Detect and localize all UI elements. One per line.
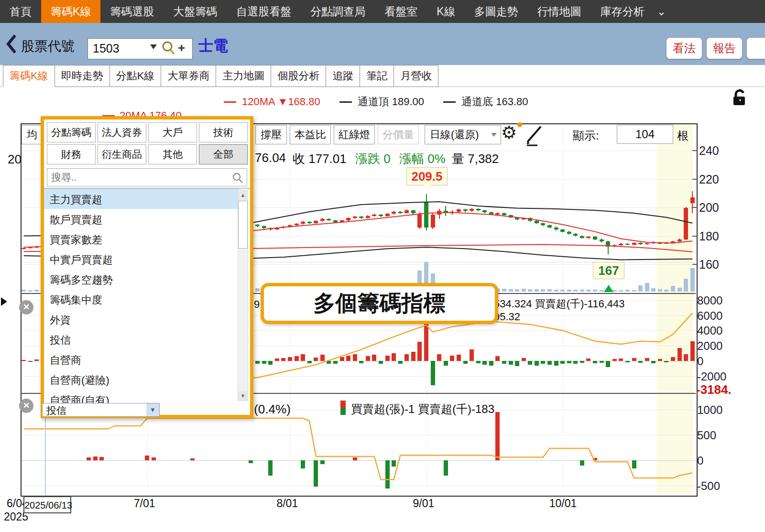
netbuy-bar (547, 361, 552, 365)
candle-body (632, 243, 636, 245)
price-tick (692, 179, 697, 180)
category-7[interactable]: 全部 (199, 144, 248, 164)
indicator-item-1[interactable]: 散戶買賣超 (44, 209, 239, 229)
nav-item-0[interactable]: 首頁 (0, 0, 41, 23)
netbuy-bar (385, 356, 390, 361)
add-stock-icon[interactable]: + (178, 41, 185, 55)
indicator-search-input[interactable] (47, 169, 229, 186)
category-0[interactable]: 分點籌碼 (47, 122, 96, 142)
nav-item-6[interactable]: 看盤室 (375, 0, 427, 23)
crosshair-date-box: 2025/06/13 (23, 496, 71, 513)
category-1[interactable]: 法人資券 (98, 122, 146, 142)
scroll-thumb[interactable] (238, 201, 248, 249)
display-count-input[interactable]: 104 (617, 125, 673, 144)
scroll-down-icon[interactable]: ▼ (238, 391, 248, 401)
close-mid-panel-button[interactable]: ✕ (19, 300, 33, 315)
candle-wick (419, 212, 420, 228)
candle-body (327, 219, 331, 220)
volume-bar (632, 290, 636, 292)
volume-bar (554, 290, 558, 292)
unlock-icon[interactable] (729, 88, 750, 108)
close-bottom-panel-button[interactable]: ✕ (19, 399, 33, 413)
indicator-item-3[interactable]: 中實戶買賣超 (44, 249, 239, 269)
chevron-down-icon (491, 133, 497, 137)
stock-code-input[interactable]: 1503 + (87, 38, 193, 59)
netbuy-bar (554, 361, 558, 366)
tab-4[interactable]: 主力地圖 (216, 65, 271, 87)
category-2[interactable]: 大戶 (148, 122, 197, 142)
tab-1[interactable]: 即時走勢 (55, 65, 110, 87)
nav-item-10[interactable]: 庫存分析 (591, 0, 654, 23)
nav-item-5[interactable]: 分點調查局 (301, 0, 375, 23)
ma-button-partial[interactable]: 均 (22, 125, 43, 144)
indicator-search-box[interactable] (47, 168, 247, 186)
period-dropdown[interactable]: 日線(還原) (425, 125, 501, 144)
candle-body (301, 222, 305, 224)
candle-wick (263, 226, 264, 229)
nav-more-icon[interactable]: ⌄ (654, 0, 669, 23)
category-4[interactable]: 財務 (47, 144, 96, 164)
price-tick (692, 150, 697, 151)
tab-7[interactable]: 筆記 (360, 65, 394, 87)
indicator-item-5[interactable]: 籌碼集中度 (44, 289, 239, 309)
indicator-item-0[interactable]: 主力買賣超 (44, 189, 239, 209)
category-6[interactable]: 其他 (148, 144, 197, 164)
scroll-up-icon[interactable]: ▲ (238, 190, 248, 200)
nav-item-3[interactable]: 大盤籌碼 (164, 0, 227, 23)
clipped-button[interactable] (746, 37, 765, 59)
bottom-axis-label: 0 (697, 454, 703, 467)
chevron-left-icon[interactable] (6, 32, 17, 56)
candle-wick (257, 224, 258, 227)
indicator-item-2[interactable]: 買賣家數差 (44, 229, 239, 249)
category-3[interactable]: 技術 (199, 122, 248, 142)
candle-body (651, 242, 656, 243)
bottom-indicator-dropdown[interactable]: 投信 ▼ (42, 403, 160, 417)
tab-6[interactable]: 追蹤 (326, 65, 360, 87)
candle-body (600, 239, 604, 241)
bottom-indicator-value: 投信 (46, 404, 66, 417)
candle-body (482, 210, 487, 212)
indicator-item-7[interactable]: 投信 (44, 329, 239, 349)
candle-body (340, 220, 344, 222)
nav-item-8[interactable]: 多圖走勢 (465, 0, 528, 23)
chevron-down-icon[interactable]: ▼ (146, 403, 159, 416)
tab-5[interactable]: 個股分析 (271, 65, 326, 87)
nav-item-7[interactable]: K線 (427, 0, 464, 23)
draw-pen-icon[interactable] (522, 123, 547, 147)
search-icon[interactable] (161, 40, 177, 57)
netbuy-bar (437, 354, 441, 361)
netbuy-bar (515, 361, 519, 366)
candle-wick (439, 209, 440, 219)
indicator-item-4[interactable]: 籌碼多空趨勢 (44, 269, 239, 289)
price-axis-label: 240 (699, 144, 719, 158)
chevron-down-icon[interactable] (150, 44, 157, 49)
scrollbar[interactable]: ▲ ▼ (238, 190, 248, 401)
trust-bar (99, 457, 104, 460)
report-button[interactable]: 報告 (706, 37, 743, 59)
tab-0[interactable]: 籌碼K線 (3, 65, 55, 87)
opinion-button[interactable]: 看法 (666, 37, 702, 59)
tab-3[interactable]: 大單券商 (161, 65, 216, 87)
indicator-item-8[interactable]: 自營商 (44, 349, 239, 369)
gear-icon[interactable]: ⚙ (501, 122, 517, 143)
pe-ratio-button[interactable]: 本益比 (290, 125, 331, 144)
candle-wick (523, 217, 524, 220)
candle-body (638, 243, 643, 244)
nav-item-9[interactable]: 行情地圖 (528, 0, 591, 23)
support-resistance-button[interactable]: 撐壓 (255, 125, 287, 144)
red-green-light-button[interactable]: 紅綠燈 (334, 125, 375, 144)
nav-item-4[interactable]: 自選股看盤 (227, 0, 301, 23)
tab-2[interactable]: 分點K線 (110, 65, 162, 87)
netbuy-bar (457, 355, 461, 361)
legend-item-1: 通道頂 189.00 (339, 95, 424, 109)
candle-body (353, 217, 357, 218)
side-panel-handle[interactable] (1, 297, 7, 306)
nav-item-1[interactable]: 籌碼K線 (41, 0, 100, 23)
category-5[interactable]: 衍生商品 (98, 144, 146, 164)
buy-triangle-marker (604, 285, 613, 292)
stock-name[interactable]: 士電 (198, 36, 228, 56)
indicator-item-9[interactable]: 自營商(避險) (44, 369, 239, 390)
nav-item-2[interactable]: 籌碼選股 (100, 0, 164, 23)
indicator-item-6[interactable]: 外資 (44, 309, 239, 329)
tab-8[interactable]: 月營收 (394, 65, 438, 87)
